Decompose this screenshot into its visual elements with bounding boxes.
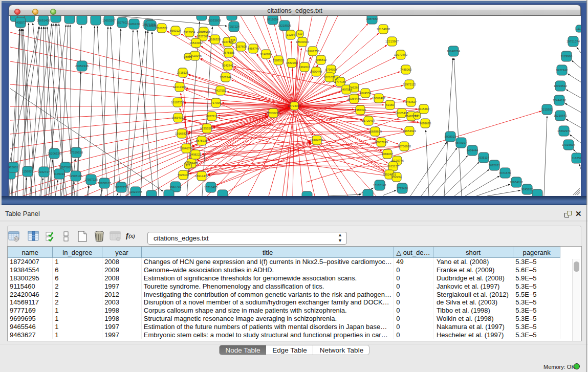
svg-text:16782759: 16782759 (115, 186, 128, 189)
svg-text:16648784: 16648784 (447, 50, 461, 53)
svg-text:12213309: 12213309 (173, 85, 186, 89)
svg-text:20364486: 20364486 (347, 97, 361, 100)
svg-text:19046786: 19046786 (180, 147, 193, 150)
svg-text:8990448: 8990448 (311, 70, 322, 73)
svg-text:12444190: 12444190 (553, 99, 566, 102)
svg-text:10653267: 10653267 (102, 19, 116, 22)
svg-text:10807487: 10807487 (372, 97, 385, 100)
svg-text:19654923: 19654923 (171, 116, 185, 119)
svg-text:1145194: 1145194 (54, 172, 66, 176)
svg-text:17016504: 17016504 (562, 143, 576, 146)
svg-text:18300295: 18300295 (267, 112, 280, 115)
svg-text:10756928: 10756928 (398, 145, 411, 148)
svg-text:116753: 116753 (572, 157, 581, 160)
svg-text:1156829: 1156829 (22, 170, 33, 173)
svg-text:7663822: 7663822 (156, 27, 168, 30)
svg-text:8660124: 8660124 (170, 29, 182, 32)
svg-text:20691406: 20691406 (37, 19, 50, 22)
svg-text:16914479: 16914479 (195, 174, 208, 178)
svg-text:252254: 252254 (391, 176, 402, 179)
svg-text:8186328: 8186328 (209, 38, 221, 41)
svg-text:8912954: 8912954 (184, 31, 195, 34)
svg-text:12213967: 12213967 (385, 40, 399, 43)
svg-text:17957225: 17957225 (84, 178, 98, 181)
svg-text:12505135: 12505135 (69, 174, 82, 178)
svg-text:9115460: 9115460 (418, 107, 429, 111)
svg-text:17359928: 17359928 (70, 151, 83, 154)
svg-text:8471676: 8471676 (499, 171, 511, 174)
svg-text:3675685: 3675685 (223, 51, 235, 54)
svg-text:7485063: 7485063 (400, 68, 412, 71)
svg-text:9146821: 9146821 (260, 53, 272, 56)
svg-text:19654923: 19654923 (403, 129, 416, 133)
svg-text:327: 327 (185, 164, 190, 167)
svg-text:7386322: 7386322 (355, 108, 366, 112)
svg-text:7632621: 7632621 (489, 164, 500, 167)
svg-text:18807249: 18807249 (375, 141, 388, 144)
svg-text:2942737: 2942737 (38, 170, 50, 173)
svg-text:10654112: 10654112 (510, 181, 522, 184)
svg-text:2718126: 2718126 (177, 71, 189, 74)
svg-text:12093822: 12093822 (554, 84, 567, 87)
svg-text:62160: 62160 (386, 103, 394, 106)
svg-text:20053346: 20053346 (75, 64, 89, 68)
svg-text:9327503: 9327503 (197, 35, 209, 38)
svg-text:16543382: 16543382 (189, 41, 203, 45)
svg-text:3215953: 3215953 (541, 108, 553, 111)
svg-text:717006: 717006 (211, 101, 221, 104)
svg-text:5938923: 5938923 (445, 135, 456, 138)
svg-text:3498222: 3498222 (190, 153, 202, 156)
svg-text:16154808: 16154808 (377, 28, 390, 31)
svg-text:9084067: 9084067 (382, 152, 394, 156)
svg-text:16120746: 16120746 (390, 159, 404, 162)
svg-text:2367608: 2367608 (235, 45, 247, 48)
svg-text:10688609: 10688609 (368, 130, 382, 133)
svg-text:12353594: 12353594 (200, 127, 214, 130)
svg-text:16107552: 16107552 (171, 101, 184, 104)
svg-text:19384554: 19384554 (310, 139, 324, 142)
svg-text:10958107: 10958107 (98, 182, 111, 185)
svg-text:546: 546 (230, 38, 235, 41)
svg-text:16210643: 16210643 (554, 114, 567, 117)
svg-text:11923448: 11923448 (129, 190, 142, 193)
svg-text:8267110: 8267110 (206, 115, 217, 118)
svg-text:7625402: 7625402 (178, 173, 189, 177)
svg-text:15716485: 15716485 (204, 186, 217, 189)
svg-text:13254: 13254 (287, 33, 295, 36)
svg-text:8427552: 8427552 (215, 89, 227, 92)
svg-text:2935114: 2935114 (478, 156, 490, 159)
svg-text:1621072: 1621072 (324, 76, 336, 79)
svg-text:15136141: 15136141 (373, 184, 386, 187)
svg-text:9227342: 9227342 (556, 69, 568, 72)
svg-text:19166829: 19166829 (175, 132, 188, 135)
svg-text:7515526: 7515526 (145, 24, 157, 27)
svg-text:1615152: 1615152 (387, 165, 399, 168)
svg-text:1362615: 1362615 (299, 65, 311, 69)
svg-text:1733426: 1733426 (397, 187, 408, 190)
svg-text:9474444: 9474444 (467, 149, 478, 152)
svg-text:15720407: 15720407 (362, 119, 375, 122)
svg-text:1527602: 1527602 (117, 21, 128, 24)
svg-text:19218506: 19218506 (278, 24, 291, 27)
svg-text:1582203: 1582203 (286, 61, 298, 64)
svg-text:844: 844 (415, 114, 420, 117)
svg-text:9699695: 9699695 (420, 122, 431, 125)
svg-text:9777169: 9777169 (335, 80, 346, 83)
svg-text:7955812: 7955812 (315, 58, 327, 61)
svg-text:8813054: 8813054 (267, 18, 279, 21)
svg-text:1112: 1112 (576, 27, 581, 30)
svg-text:746266: 746266 (349, 86, 359, 89)
svg-text:419: 419 (297, 32, 302, 35)
svg-text:6794028: 6794028 (325, 68, 337, 71)
svg-text:8454749: 8454749 (248, 47, 259, 50)
svg-text:10975867: 10975867 (59, 166, 72, 169)
svg-text:9242843: 9242843 (222, 64, 234, 67)
svg-text:10973493: 10973493 (394, 53, 407, 56)
svg-text:23226058: 23226058 (197, 30, 210, 33)
svg-text:9463627: 9463627 (405, 100, 417, 103)
svg-text:19751074: 19751074 (567, 40, 580, 43)
svg-text:9129966: 9129966 (561, 55, 573, 58)
svg-text:18640910: 18640910 (296, 40, 309, 43)
svg-text:15692971: 15692971 (557, 129, 571, 133)
svg-text:9657791: 9657791 (170, 185, 182, 188)
